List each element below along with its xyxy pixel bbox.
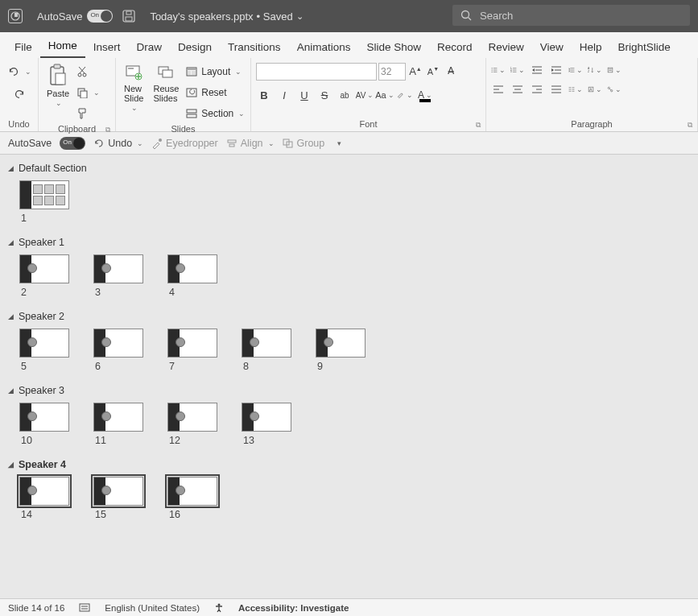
collapse-icon[interactable]: ◢ [8,387,14,395]
thumbnail-image[interactable] [242,403,291,432]
search-input[interactable] [480,10,682,22]
align-right-button[interactable] [530,82,544,97]
thumbnail-image[interactable] [93,254,143,283]
tab-draw[interactable]: Draw [129,36,171,58]
italic-button[interactable]: I [276,87,292,103]
slide-thumbnail[interactable]: 10 [19,403,69,446]
section-header[interactable]: ◢Default Section [8,163,690,174]
section-button[interactable]: Section⌄ [185,105,245,122]
slide-thumbnail[interactable]: 11 [93,403,143,446]
thumbnail-image[interactable] [93,329,143,358]
chevron-down-icon[interactable]: ⌄ [131,105,138,113]
tab-file[interactable]: File [6,36,40,58]
slide-sorter[interactable]: ◢Default Section1◢Speaker 1234◢Speaker 2… [0,155,698,594]
layout-button[interactable]: Layout⌄ [185,63,245,81]
chevron-down-icon[interactable]: ⌄ [235,68,242,76]
font-color-button[interactable]: A⌄ [417,87,433,103]
slide-thumbnail[interactable]: 12 [167,403,217,446]
collapse-icon[interactable]: ◢ [8,164,14,172]
title-dropdown-icon[interactable]: ⌄ [296,11,304,22]
collapse-icon[interactable]: ◢ [8,461,14,469]
format-painter-button[interactable] [76,105,100,122]
thumbnail-image[interactable] [19,180,69,209]
slide-thumbnail[interactable]: 13 [242,403,291,446]
dialog-launcher-icon[interactable]: ⧉ [476,121,481,130]
shadow-button[interactable]: ab [337,87,353,103]
slide-thumbnail[interactable]: 4 [167,254,217,298]
chevron-down-icon[interactable]: ⌄ [137,139,143,147]
align-center-button[interactable] [510,82,525,97]
slide-thumbnail[interactable]: 16 [167,477,217,520]
slide-thumbnail[interactable]: 3 [93,254,143,298]
tab-record[interactable]: Record [429,36,481,58]
collapse-icon[interactable]: ◢ [8,238,14,246]
section-header[interactable]: ◢Speaker 2 [8,311,690,322]
thumbnail-image[interactable] [316,329,366,358]
section-header[interactable]: ◢Speaker 3 [8,385,690,396]
chevron-down-icon[interactable]: ⌄ [25,68,31,76]
columns-button[interactable]: ⌄ [568,82,583,97]
tab-transitions[interactable]: Transitions [220,36,289,58]
text-direction-button[interactable]: ⌄ [607,63,622,77]
thumbnail-image[interactable] [242,329,291,358]
tab-insert[interactable]: Insert [85,36,129,58]
reset-button[interactable]: Reset [185,84,245,101]
section-header[interactable]: ◢Speaker 1 [8,237,690,248]
font-name-input[interactable] [256,63,377,81]
slide-thumbnail[interactable]: 9 [316,329,366,372]
thumbnail-image[interactable] [19,477,69,506]
slide-thumbnail[interactable]: 5 [19,329,69,372]
dialog-launcher-icon[interactable]: ⧉ [105,126,110,134]
chevron-down-icon[interactable]: ⌄ [238,110,245,118]
font-size-input[interactable] [378,63,406,81]
sort-button[interactable]: AZ⌄ [588,63,602,77]
qat-overflow-button[interactable]: ▾ [337,139,341,147]
grow-font-button[interactable]: A▲ [407,63,423,79]
thumbnail-image[interactable] [167,403,217,432]
decrease-indent-button[interactable] [530,63,544,77]
thumbnail-image[interactable] [93,477,143,506]
chevron-down-icon[interactable]: ⌄ [93,89,100,97]
bullets-button[interactable]: ⌄ [491,63,506,77]
tab-view[interactable]: View [532,36,572,58]
tab-review[interactable]: Review [481,36,532,58]
qat-undo-button[interactable]: Undo⌄ [93,138,143,149]
clear-formatting-button[interactable]: A̶ [443,63,459,79]
underline-button[interactable]: U [296,87,312,103]
dialog-launcher-icon[interactable]: ⧉ [688,121,692,130]
thumbnail-image[interactable] [93,403,143,432]
section-header[interactable]: ◢Speaker 4 [8,459,690,470]
qat-align-button[interactable]: Align⌄ [226,138,275,149]
tab-animations[interactable]: Animations [289,36,359,58]
slide-thumbnail[interactable]: 2 [19,254,69,298]
thumbnail-image[interactable] [19,254,69,283]
new-slide-button[interactable]: New Slide⌄ [121,61,147,114]
change-case-button[interactable]: Aa⌄ [377,87,393,103]
thumbnail-image[interactable] [19,403,69,432]
convert-smartart-button[interactable]: ⌄ [607,82,622,97]
collapse-icon[interactable]: ◢ [8,312,14,320]
search-box[interactable] [452,5,690,26]
accessibility-icon[interactable] [214,603,224,613]
justify-button[interactable] [549,82,564,97]
slide-thumbnail[interactable]: 8 [242,329,291,372]
paste-button[interactable]: Paste ⌄ [43,61,72,110]
increase-indent-button[interactable] [549,63,564,77]
thumbnail-image[interactable] [167,254,217,283]
char-spacing-button[interactable]: AV⌄ [357,87,373,103]
qat-autosave-toggle[interactable]: On [60,137,85,150]
undo-button[interactable]: ⌄ [7,63,31,81]
strikethrough-button[interactable]: S [316,87,332,103]
thumbnail-image[interactable] [19,329,69,358]
qat-eyedropper-button[interactable]: Eyedropper [151,138,218,149]
align-left-button[interactable] [491,82,506,97]
tab-home[interactable]: Home [40,35,85,58]
chevron-down-icon[interactable]: ⌄ [56,100,62,108]
slide-thumbnail[interactable]: 14 [19,477,69,520]
align-text-button[interactable]: A⌄ [588,82,602,97]
language-indicator[interactable]: English (United States) [105,603,200,613]
slide-thumbnail[interactable]: 6 [93,329,143,372]
numbering-button[interactable]: 123⌄ [510,63,525,77]
slide-thumbnail[interactable]: 7 [167,329,217,372]
autosave-toggle[interactable]: On [87,10,113,23]
